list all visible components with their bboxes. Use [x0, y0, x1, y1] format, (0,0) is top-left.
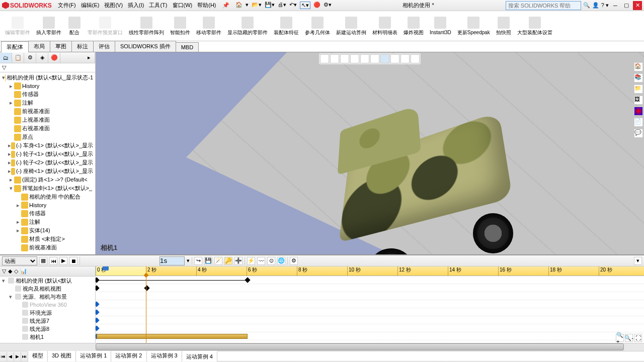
expand-icon[interactable]: ▸: [83, 53, 95, 63]
autokey-icon[interactable]: 🔑: [224, 257, 232, 265]
bottom-tab[interactable]: 运动算例 3: [147, 351, 182, 361]
ribbon-button[interactable]: 插入零部件: [33, 12, 64, 40]
new-icon[interactable]: ▾: [246, 2, 249, 9]
command-tab[interactable]: 评估: [93, 41, 115, 52]
motion-type-select[interactable]: 动画: [2, 256, 37, 265]
tab-last-icon[interactable]: ⏭: [21, 352, 28, 361]
motion-tree-item[interactable]: 环境光源: [0, 309, 95, 317]
tree-item[interactable]: ▸(-) 座椅<1> (默认<<默认>_显示: [1, 167, 94, 175]
command-tab[interactable]: SOLIDWORKS 插件: [115, 41, 176, 52]
tab-next-icon[interactable]: ▶: [14, 352, 21, 361]
timeline[interactable]: 0 秒2 秒4 秒6 秒8 秒10 秒12 秒14 秒16 秒18 秒20 秒 …: [96, 266, 644, 343]
display-tab[interactable]: 🔴: [48, 53, 60, 63]
display-style-icon[interactable]: [370, 54, 379, 63]
tree-item[interactable]: 传感器: [1, 90, 94, 99]
playback-speed-input[interactable]: [159, 256, 185, 265]
rebuild-icon[interactable]: 🔴: [313, 2, 320, 9]
appearance-icon[interactable]: [390, 54, 399, 63]
contact-icon[interactable]: ⊙: [267, 257, 275, 265]
motion-options-icon[interactable]: ⚙: [290, 257, 298, 265]
tree-item[interactable]: ▸(-) 轮子<1> (默认<<默认>_显示: [1, 150, 94, 158]
zoom-area-icon[interactable]: [330, 54, 339, 63]
options-icon[interactable]: ⚙▾: [324, 2, 332, 9]
ribbon-button[interactable]: 装配体特征: [271, 12, 302, 40]
filter-bar[interactable]: ▽: [0, 63, 95, 72]
feature-tree[interactable]: ▾相机的使用 (默认<默认_显示状态-1▸History传感器▸注解前视基准面上…: [0, 72, 95, 254]
time-ruler[interactable]: 0 秒2 秒4 秒6 秒8 秒10 秒12 秒14 秒16 秒18 秒20 秒: [96, 266, 644, 276]
tree-item[interactable]: ▾相机的使用 (默认<默认_显示状态-1: [1, 73, 94, 82]
motion-tree-item[interactable]: 线光源7: [0, 317, 95, 325]
tree-item[interactable]: ▸注解: [1, 99, 94, 107]
play-start-icon[interactable]: ⏮: [49, 257, 57, 265]
command-tab[interactable]: 布局: [28, 41, 50, 52]
property-manager-tab[interactable]: 📋: [12, 53, 24, 63]
spring-icon[interactable]: 〰: [257, 257, 265, 265]
bottom-tab[interactable]: 模型: [28, 351, 48, 361]
calculate-icon[interactable]: ▦: [39, 257, 47, 265]
bottom-tab[interactable]: 运动算例 1: [76, 351, 111, 361]
prev-view-icon[interactable]: [340, 54, 349, 63]
motion-tree[interactable]: ▽ ◆ ◇ 📊 ▾相机的使用 (默认<默认视向及相机视图▾光源、相机与布景Pho…: [0, 266, 96, 343]
tree-item[interactable]: 原点: [1, 133, 94, 141]
bottom-tab[interactable]: 3D 视图: [48, 351, 76, 361]
tree-item[interactable]: 右视基准面: [1, 124, 94, 133]
help-icon[interactable]: ? ▾: [601, 2, 609, 9]
tree-item[interactable]: 传感器: [1, 209, 94, 218]
timeline-scrollbar[interactable]: [0, 343, 644, 351]
menu-item[interactable]: 文件(F): [56, 1, 78, 10]
resources-tab-icon[interactable]: 🏠: [634, 62, 643, 71]
help-search-input[interactable]: [506, 1, 581, 10]
addkey-icon[interactable]: ➕: [234, 257, 243, 265]
zoom-in-tl-icon[interactable]: 🔍+: [616, 334, 624, 342]
home-icon[interactable]: 🏠: [235, 2, 243, 9]
ribbon-button[interactable]: 线性零部件阵列: [126, 12, 167, 40]
motion-tree-item[interactable]: 相机1: [0, 333, 95, 341]
tree-item[interactable]: 前视基准面: [1, 107, 94, 116]
anim-wizard-icon[interactable]: 🪄: [214, 257, 222, 265]
command-tab[interactable]: MBD: [176, 42, 199, 52]
hide-show-icon[interactable]: [380, 54, 389, 63]
menu-item[interactable]: 窗口(W): [171, 1, 195, 10]
tree-item[interactable]: ▸实体(14): [1, 226, 94, 235]
tab-prev-icon[interactable]: ◀: [7, 352, 14, 361]
ribbon-button[interactable]: Instant3D: [427, 12, 454, 40]
ribbon-button[interactable]: 配合: [64, 12, 85, 40]
dimxpert-tab[interactable]: ◈: [36, 53, 48, 63]
save-icon[interactable]: 💾▾: [265, 2, 275, 9]
command-tab[interactable]: 标注: [71, 41, 94, 52]
gravity-icon[interactable]: 🌐: [277, 257, 285, 265]
zoom-out-tl-icon[interactable]: 🔍-: [625, 334, 633, 342]
design-lib-tab-icon[interactable]: 📚: [634, 73, 643, 82]
scene-icon[interactable]: [400, 54, 410, 63]
select-icon[interactable]: ↖▾: [300, 2, 310, 9]
loop-icon[interactable]: ↪: [194, 257, 202, 265]
ribbon-button[interactable]: 大型装配体设置: [514, 12, 555, 40]
filter-results-icon[interactable]: 📊: [20, 268, 27, 275]
ribbon-button[interactable]: 爆炸视图: [400, 12, 427, 40]
ribbon-button[interactable]: 智能扣件: [167, 12, 193, 40]
motion-tree-item[interactable]: ▾光源、相机与布景: [0, 293, 95, 301]
ribbon-button[interactable]: 更新Speedpak: [454, 12, 493, 40]
tab-first-icon[interactable]: ⏮: [0, 352, 7, 361]
tree-item[interactable]: 相机的使用 中的配合: [1, 193, 94, 201]
play-icon[interactable]: ▶: [59, 257, 67, 265]
ribbon-button[interactable]: 显示隐藏的零部件: [224, 12, 271, 40]
pin-icon[interactable]: 📌: [222, 2, 229, 9]
tree-item[interactable]: ▸History: [1, 201, 94, 209]
menu-item[interactable]: 编辑(E): [79, 1, 102, 10]
command-tab[interactable]: 装配体: [1, 41, 29, 52]
tree-item[interactable]: 前视基准面: [1, 243, 94, 252]
minimize-button[interactable]: ─: [611, 1, 620, 10]
print-icon[interactable]: 🖨▾: [278, 2, 286, 9]
tree-item[interactable]: ▸History: [1, 82, 94, 90]
undo-icon[interactable]: ↶▾: [289, 2, 297, 9]
playhead[interactable]: [146, 266, 146, 343]
view-orientation-icon[interactable]: [360, 54, 369, 63]
zoom-fit-tl-icon[interactable]: ⛶: [634, 334, 642, 342]
menu-item[interactable]: 工具(T): [147, 1, 169, 10]
tree-item[interactable]: ▸(-) 车身<1> (默认<<默认>_显示: [1, 141, 94, 150]
open-icon[interactable]: 📂▾: [252, 2, 262, 9]
menu-item[interactable]: 帮助(H): [195, 1, 218, 10]
close-button[interactable]: ✕: [633, 1, 642, 10]
ribbon-button[interactable]: 新建运动算例: [333, 12, 369, 40]
